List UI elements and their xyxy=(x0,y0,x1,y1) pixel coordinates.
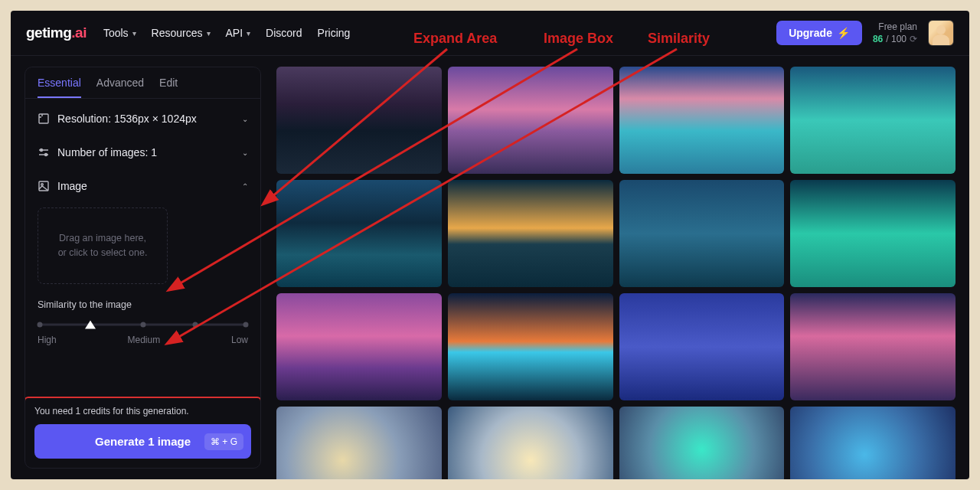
gallery-thumb[interactable] xyxy=(619,67,785,174)
chevron-down-icon: ▾ xyxy=(132,29,136,38)
gallery-thumb[interactable] xyxy=(276,407,442,479)
nav-api[interactable]: API▾ xyxy=(226,27,251,39)
nav-resources[interactable]: Resources▾ xyxy=(152,27,211,39)
gallery-thumb[interactable] xyxy=(619,180,785,287)
settings-sidebar: Essential Advanced Edit Resolution: 1536… xyxy=(11,56,275,479)
gallery-thumb[interactable] xyxy=(790,407,956,479)
tab-edit[interactable]: Edit xyxy=(159,77,178,98)
credits-counter: 86 / 100 ⟳ xyxy=(873,34,917,44)
svg-rect-0 xyxy=(39,114,48,123)
logo-text-2: ai xyxy=(75,24,87,41)
svg-point-4 xyxy=(41,184,44,186)
logo[interactable]: getimg.ai xyxy=(26,24,87,41)
gallery-thumb[interactable] xyxy=(448,407,613,479)
similarity-slider[interactable] xyxy=(38,319,248,330)
chevron-down-icon: ⌄ xyxy=(242,149,248,157)
gallery-thumb[interactable] xyxy=(448,293,613,400)
logo-text-1: getimg xyxy=(26,24,71,41)
slider-low: Low xyxy=(231,335,248,345)
gallery-thumb[interactable] xyxy=(790,67,956,174)
chevron-down-icon: ⌄ xyxy=(242,115,248,123)
shortcut-badge: ⌘ + G xyxy=(204,433,243,450)
slider-high: High xyxy=(38,335,57,345)
generate-section: You need 1 credits for this generation. … xyxy=(24,397,261,469)
nav-pricing[interactable]: Pricing xyxy=(318,27,351,39)
svg-point-2 xyxy=(45,154,47,156)
tab-essential[interactable]: Essential xyxy=(38,77,81,98)
resolution-icon xyxy=(38,113,50,125)
settings-tabs: Essential Advanced Edit xyxy=(25,67,260,99)
num-images-row[interactable]: Number of images: 1 ⌄ xyxy=(25,136,260,169)
gallery-thumb[interactable] xyxy=(276,67,442,174)
slider-medium: Medium xyxy=(127,335,160,345)
plan-label: Free plan xyxy=(873,21,917,32)
main-nav: Tools▾ Resources▾ API▾ Discord Pricing xyxy=(103,27,760,39)
generate-button[interactable]: Generate 1 image ⌘ + G xyxy=(34,424,251,459)
credits-current: 86 xyxy=(873,34,883,44)
gallery-thumb[interactable] xyxy=(790,180,956,287)
gallery-thumb[interactable] xyxy=(276,293,442,400)
upgrade-button[interactable]: Upgrade ⚡ xyxy=(776,21,862,45)
similarity-section: Similarity to the image High Medium xyxy=(25,295,260,356)
similarity-label: Similarity to the image xyxy=(38,299,248,310)
slider-thumb[interactable] xyxy=(85,321,96,329)
bolt-icon: ⚡ xyxy=(837,27,850,39)
nav-discord[interactable]: Discord xyxy=(266,27,302,39)
plan-info: Free plan 86 / 100 ⟳ xyxy=(873,21,917,44)
image-icon xyxy=(38,180,50,192)
refresh-icon[interactable]: ⟳ xyxy=(910,34,917,44)
gallery-thumb[interactable] xyxy=(619,293,785,400)
image-section-row[interactable]: Image ⌃ xyxy=(25,169,260,203)
credits-note: You need 1 credits for this generation. xyxy=(34,406,251,416)
account-section: Upgrade ⚡ Free plan 86 / 100 ⟳ xyxy=(776,20,954,46)
gallery-thumb[interactable] xyxy=(448,180,613,287)
avatar[interactable] xyxy=(928,20,954,46)
image-dropzone[interactable]: Drag an image here, or click to select o… xyxy=(38,207,168,284)
nav-tools[interactable]: Tools▾ xyxy=(103,27,136,39)
chevron-down-icon: ▾ xyxy=(207,29,211,38)
resolution-row[interactable]: Resolution: 1536px × 1024px ⌄ xyxy=(25,102,260,136)
image-gallery xyxy=(275,56,969,479)
gallery-thumb[interactable] xyxy=(448,67,613,174)
gallery-thumb[interactable] xyxy=(619,407,785,479)
tab-advanced[interactable]: Advanced xyxy=(96,77,144,98)
gallery-thumb[interactable] xyxy=(790,293,956,400)
chevron-down-icon: ▾ xyxy=(247,29,250,38)
svg-point-1 xyxy=(41,149,43,152)
sliders-icon xyxy=(38,146,50,158)
credits-total: / 100 xyxy=(886,34,906,44)
gallery-thumb[interactable] xyxy=(276,180,442,287)
chevron-up-icon: ⌃ xyxy=(242,182,248,191)
topbar: getimg.ai Tools▾ Resources▾ API▾ Discord… xyxy=(11,11,969,56)
